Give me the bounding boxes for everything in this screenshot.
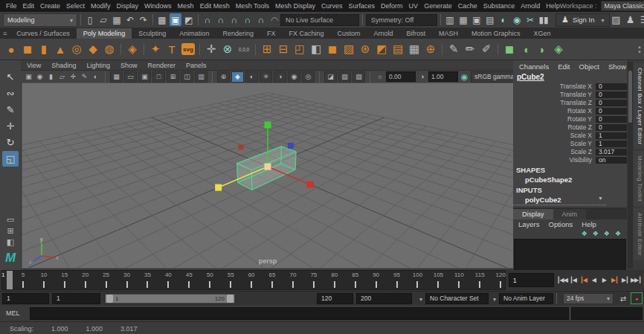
shelf-tab-mash[interactable]: MASH bbox=[432, 28, 465, 39]
move-layer-down-icon[interactable]: ❖ bbox=[593, 230, 599, 237]
rotate-tool-icon[interactable]: ↻ bbox=[2, 135, 19, 150]
safe-title-icon[interactable]: ▥ bbox=[195, 71, 207, 83]
channel-box-menu-show[interactable]: Show bbox=[608, 62, 626, 71]
redo-icon[interactable]: ↷ bbox=[138, 13, 149, 26]
scale-tool-icon[interactable]: ◱ bbox=[2, 151, 19, 167]
side-tab-channel-box-layer-editor[interactable]: Channel Box / Layer Editor bbox=[634, 63, 644, 149]
shatter-icon[interactable]: ▨ bbox=[341, 40, 357, 58]
zero-transforms-icon[interactable]: 0,0,0 bbox=[236, 40, 252, 58]
poly-disc-icon[interactable]: ◍ bbox=[101, 40, 117, 58]
modeling-toolkit-icon[interactable]: ▨ bbox=[610, 13, 622, 26]
play-forwards-icon[interactable]: ▶ bbox=[599, 274, 609, 286]
poly-cylinder-icon[interactable]: ▮ bbox=[36, 40, 52, 58]
pause-viewport-icon[interactable]: ▮▮ bbox=[538, 13, 550, 26]
neg-x-handle[interactable] bbox=[239, 145, 244, 150]
layer-menu-options[interactable]: Options bbox=[549, 220, 573, 228]
mirror-cut-icon[interactable]: ◩ bbox=[373, 40, 390, 58]
new-scene-icon[interactable]: ▯ bbox=[84, 13, 96, 26]
layer-menu-layers[interactable]: Layers bbox=[518, 220, 540, 228]
2d-pan-zoom-icon[interactable]: ✛ bbox=[68, 72, 78, 82]
snap-to-projected-center-icon[interactable]: ∩ bbox=[242, 13, 254, 26]
safe-action-icon[interactable]: ◫ bbox=[181, 71, 193, 83]
scroll-up-icon[interactable]: ▲ bbox=[637, 45, 642, 49]
side-tab-modeling-toolkit[interactable]: Modeling Toolkit bbox=[634, 151, 644, 206]
scale-y-handle[interactable] bbox=[265, 122, 271, 129]
channel-value-field[interactable]: 0 bbox=[596, 116, 627, 123]
open-scene-icon[interactable]: ▱ bbox=[97, 13, 109, 26]
play-backwards-icon[interactable]: ◀ bbox=[589, 274, 599, 286]
wireframe-display-icon[interactable]: ⊕ bbox=[217, 71, 230, 83]
snap-to-point-icon[interactable]: ∩ bbox=[228, 13, 240, 26]
four-pane-layout-icon[interactable]: ⊞ bbox=[3, 225, 18, 237]
menu-create[interactable]: Create bbox=[40, 2, 60, 10]
menu-windows[interactable]: Windows bbox=[144, 2, 172, 10]
panel-menu-view[interactable]: View bbox=[27, 62, 41, 69]
channel-value-field[interactable]: 1 bbox=[596, 132, 627, 139]
scale-center-handle[interactable] bbox=[265, 164, 271, 170]
menu-set-select[interactable]: Modeling bbox=[3, 13, 77, 27]
shelf-tab-fx-caching[interactable]: FX Caching bbox=[282, 28, 330, 39]
smooth-shade-all-icon[interactable]: ◈ bbox=[231, 71, 244, 83]
boolean-union-icon[interactable]: ◼ bbox=[501, 40, 518, 58]
menu-surfaces[interactable]: Surfaces bbox=[349, 2, 376, 10]
scale-x-handle[interactable] bbox=[307, 182, 314, 188]
channel-box-menu-channels[interactable]: Channels bbox=[519, 62, 549, 71]
side-tab-attribute-editor[interactable]: Attribute Editor bbox=[634, 208, 644, 260]
delete-history-icon[interactable]: ⊗ bbox=[219, 40, 236, 58]
camera-bookmarks-icon[interactable]: ▮ bbox=[46, 72, 56, 82]
panel-menu-lighting[interactable]: Lighting bbox=[86, 62, 110, 69]
anim-layer-menu-icon[interactable] bbox=[493, 295, 496, 303]
resolution-gate-icon[interactable]: ▣ bbox=[138, 71, 151, 83]
shelf-tab-rendering[interactable]: Rendering bbox=[216, 28, 260, 39]
boolean-intersection-icon[interactable]: ◗ bbox=[534, 40, 550, 58]
animation-start-field[interactable]: 1 bbox=[2, 293, 49, 304]
duplicate-face-icon[interactable]: ◰ bbox=[292, 40, 308, 58]
fps-select[interactable]: 24 fps bbox=[563, 293, 614, 304]
shelf-tab-bifrost[interactable]: Bifrost bbox=[400, 28, 433, 39]
boolean-difference-icon[interactable]: ◖ bbox=[518, 40, 534, 58]
channel-box-scrollbar[interactable] bbox=[628, 62, 633, 269]
shadows-toggle-icon[interactable]: ◑ bbox=[274, 71, 286, 83]
animation-end-field[interactable]: 200 bbox=[356, 293, 412, 304]
poly-sphere-icon[interactable]: ● bbox=[3, 40, 19, 58]
menu-modify[interactable]: Modify bbox=[91, 2, 111, 10]
shelf-tab-poly-modeling[interactable]: Poly Modeling bbox=[77, 28, 132, 39]
layer-tab-display[interactable]: Display bbox=[513, 209, 553, 219]
channel-object-name[interactable]: pCube2 bbox=[513, 71, 627, 83]
menu-deform[interactable]: Deform bbox=[381, 2, 403, 10]
range-start-handle[interactable] bbox=[106, 295, 113, 303]
camera-attributes-icon[interactable]: ◉ bbox=[35, 72, 45, 82]
platonic-solid-icon[interactable]: ◈ bbox=[124, 40, 141, 58]
use-all-lights-icon[interactable]: ✳ bbox=[260, 71, 272, 83]
menu-select[interactable]: Select bbox=[66, 2, 85, 10]
curve-tool-icon[interactable]: ✏ bbox=[462, 40, 478, 58]
single-pane-layout-icon[interactable]: ▭ bbox=[3, 214, 18, 225]
menu-curves[interactable]: Curves bbox=[321, 2, 343, 10]
boolean-slice-icon[interactable]: ◈ bbox=[550, 40, 567, 58]
isolate-select-icon[interactable]: ◪ bbox=[324, 71, 337, 83]
command-line-mode[interactable]: MEL bbox=[1, 309, 30, 317]
shelf-tab-sculpting[interactable]: Sculpting bbox=[132, 28, 173, 39]
input-node[interactable]: polyCube2 ▼ bbox=[513, 195, 606, 205]
live-surface-field[interactable]: No Live Surface bbox=[280, 14, 359, 26]
command-input[interactable] bbox=[30, 307, 569, 320]
move-layer-up-icon[interactable]: ❖ bbox=[582, 230, 587, 237]
shape-node[interactable]: pCubeShape2 bbox=[513, 175, 627, 184]
layer-tab-anim[interactable]: Anim bbox=[553, 209, 587, 219]
screen-space-ao-icon[interactable]: ◉ bbox=[288, 71, 300, 83]
snap-to-grid-icon[interactable]: ∩ bbox=[202, 13, 213, 26]
menu-display[interactable]: Display bbox=[117, 2, 139, 10]
shelf-tab-arnold[interactable]: Arnold bbox=[367, 28, 399, 39]
go-to-end-icon[interactable]: ▶▶┃ bbox=[631, 274, 641, 286]
menu-cache[interactable]: Cache bbox=[458, 2, 477, 10]
open-render-view-icon[interactable]: ▥ bbox=[444, 13, 456, 26]
snap-align-icon[interactable]: ✛ bbox=[203, 40, 219, 58]
menu-edit-mesh[interactable]: Edit Mesh bbox=[200, 2, 230, 10]
character-set-menu-icon[interactable] bbox=[419, 295, 422, 303]
scrollbar-thumb[interactable] bbox=[628, 71, 632, 123]
menu-mesh-display[interactable]: Mesh Display bbox=[275, 2, 315, 10]
make-object-live-icon[interactable]: ◠ bbox=[268, 13, 280, 26]
channel-value-field[interactable]: 0 bbox=[596, 100, 627, 106]
channel-value-field[interactable]: 0 bbox=[596, 91, 627, 98]
pen-tool-icon[interactable]: ✎ bbox=[445, 40, 462, 58]
